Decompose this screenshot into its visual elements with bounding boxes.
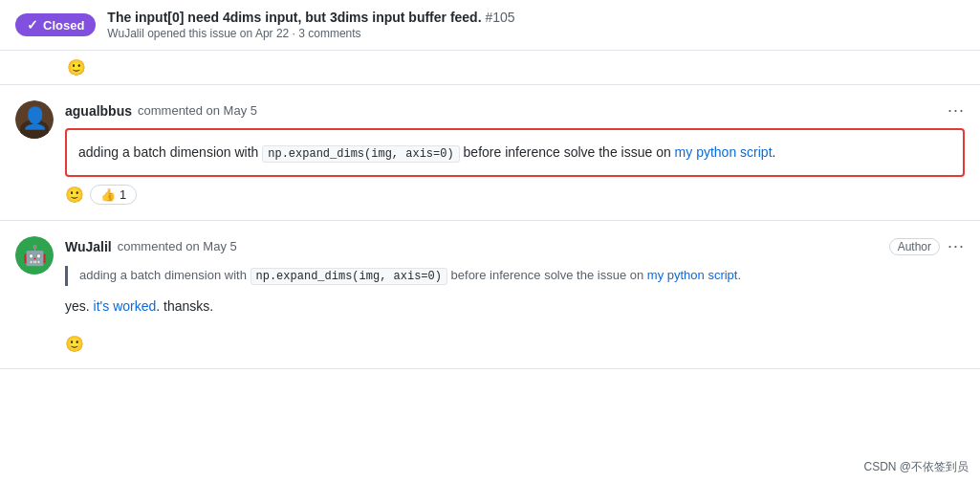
author-badge: Author	[889, 238, 940, 255]
issue-number: #105	[485, 10, 514, 25]
comment-date-agualbbus: commented on May 5	[138, 103, 257, 118]
closed-label: Closed	[43, 18, 84, 33]
blockquote-python-script-link[interactable]: my python script	[647, 268, 738, 282]
avatar-image-wujalil: 🤖	[15, 236, 54, 274]
my-python-script-link[interactable]: my python script	[675, 144, 773, 160]
reaction-row-wujalil: 🙂	[65, 335, 965, 353]
thumbs-up-icon: 👍	[100, 187, 116, 202]
top-emoji-row: 🙂	[0, 51, 980, 85]
thumbs-up-button-agualbbus[interactable]: 👍 1	[90, 185, 137, 205]
reply-highlight: it's worked	[94, 298, 157, 314]
avatar-wujalil: 🤖	[15, 236, 54, 274]
code-snippet-1: np.expand_dims(img, axis=0)	[262, 145, 459, 163]
comment-content-wujalil: WuJalil commented on May 5 Author ··· ad…	[65, 236, 965, 353]
watermark: CSDN @不依签到员	[863, 459, 969, 475]
emoji-react-agualbbus[interactable]: 🙂	[65, 186, 84, 204]
comment-agualbbus: agualbbus commented on May 5 ··· adding …	[0, 85, 980, 221]
username-agualbbus[interactable]: agualbbus	[65, 103, 132, 119]
comment-date-wujalil: commented on May 5	[118, 239, 237, 253]
check-icon: ✓	[27, 17, 38, 33]
avatar-agualbbus	[15, 100, 54, 139]
comment-header-left-wujalil: WuJalil commented on May 5	[65, 239, 237, 254]
username-wujalil[interactable]: WuJalil	[65, 239, 112, 254]
comment-content-agualbbus: agualbbus commented on May 5 ··· adding …	[65, 100, 965, 205]
thumbs-up-count: 1	[120, 187, 126, 202]
issue-title: The input[0] need 4dims input, but 3dims…	[107, 10, 514, 25]
reply-text-wujalil: yes. it's worked. thansks.	[65, 296, 965, 317]
reply-thansks: . thansks.	[156, 298, 213, 314]
issue-title-text: The input[0] need 4dims input, but 3dims…	[107, 10, 481, 25]
blockquote-code-snippet: np.expand_dims(img, axis=0)	[250, 268, 447, 285]
closed-badge: ✓ Closed	[15, 13, 96, 36]
more-options-wujalil[interactable]: ···	[947, 236, 965, 256]
blockquote-text-1a: adding a batch dimension with	[79, 268, 250, 282]
issue-meta: WuJalil opened this issue on Apr 22 · 3 …	[107, 27, 514, 40]
smiley-icon-top[interactable]: 🙂	[67, 58, 86, 77]
comment-text-1c: .	[773, 144, 776, 160]
comment-text-1b: before inference solve the issue on	[460, 144, 675, 160]
reply-yes: yes.	[65, 298, 94, 314]
emoji-react-wujalil[interactable]: 🙂	[65, 335, 84, 353]
comment-header-left-agualbbus: agualbbus commented on May 5	[65, 103, 257, 119]
comment-body-highlighted-agualbbus: adding a batch dimension with np.expand_…	[65, 128, 965, 177]
avatar-image-agualbbus	[15, 100, 54, 139]
more-options-agualbbus[interactable]: ···	[947, 100, 965, 121]
blockquote-wujalil: adding a batch dimension with np.expand_…	[65, 266, 965, 286]
comment-actions-agualbbus: ···	[947, 100, 965, 121]
comment-wujalil: 🤖 WuJalil commented on May 5 Author ··· …	[0, 221, 980, 369]
comment-body-wujalil: adding a batch dimension with np.expand_…	[65, 264, 965, 327]
comment-body-agualbbus: adding a batch dimension with np.expand_…	[78, 140, 951, 165]
blockquote-text-1b: before inference solve the issue on	[447, 268, 647, 282]
comment-text-1a: adding a batch dimension with	[78, 144, 262, 160]
comment-actions-wujalil: Author ···	[889, 236, 965, 256]
blockquote-text-1c: .	[737, 268, 741, 282]
comment-header-agualbbus: agualbbus commented on May 5 ···	[65, 100, 965, 121]
reaction-row-agualbbus: 🙂 👍 1	[65, 185, 965, 205]
issue-header: ✓ Closed The input[0] need 4dims input, …	[0, 0, 980, 51]
issue-title-block: The input[0] need 4dims input, but 3dims…	[107, 10, 514, 40]
comment-header-wujalil: WuJalil commented on May 5 Author ···	[65, 236, 965, 256]
